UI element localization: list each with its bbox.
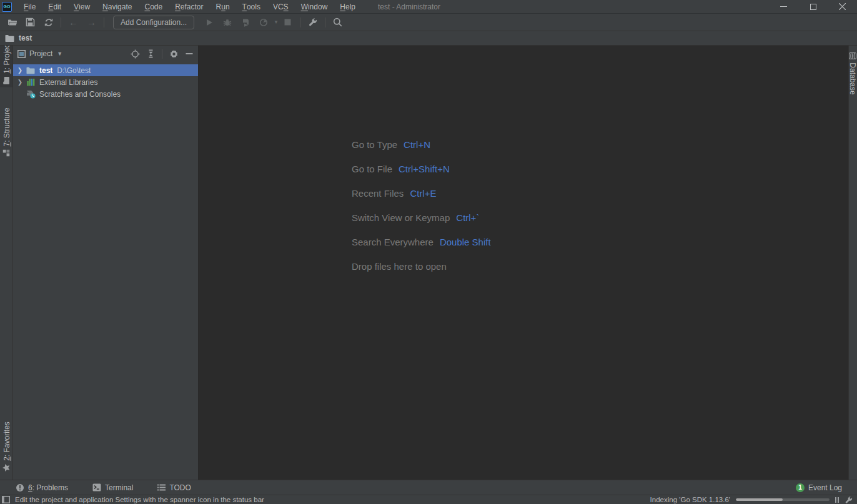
back-arrow-icon[interactable]: ← (68, 17, 79, 27)
toolbar-separator (104, 17, 104, 27)
header-separator (162, 49, 162, 59)
tool-window-toggle-icon[interactable] (2, 496, 10, 503)
todo-list-icon (157, 484, 166, 491)
title-bar: GO File Edit View Navigate Code Refactor… (0, 0, 857, 14)
expand-chevron-icon[interactable]: ❯ (14, 67, 26, 74)
menu-help[interactable]: Help (334, 0, 362, 13)
forward-arrow-icon[interactable]: → (86, 17, 97, 27)
tool-window-tab-database[interactable]: Database (848, 46, 857, 102)
indexing-progress-bar (736, 498, 830, 501)
tree-item-name: test (39, 66, 52, 75)
scratches-icon (26, 90, 36, 99)
menu-window[interactable]: Window (295, 0, 334, 13)
tree-item-name: Scratches and Consoles (39, 90, 121, 99)
database-icon (849, 52, 857, 59)
shortcut-label: Go to File (352, 164, 392, 174)
project-tree: ❯ test D:\Go\test ❯ External Libraries S… (13, 62, 198, 100)
profiler-dropdown-caret-icon[interactable]: ▼ (274, 19, 279, 25)
tree-item-name: External Libraries (39, 78, 97, 87)
minimize-button[interactable] (769, 0, 798, 13)
status-message: Edit the project and application Setting… (15, 496, 264, 503)
menu-navigate[interactable]: Navigate (96, 0, 138, 13)
folder-icon (3, 77, 10, 85)
pause-indexing-icon[interactable] (835, 497, 839, 503)
window-title: test - Administrator (378, 2, 440, 11)
terminal-icon (92, 483, 101, 492)
close-button[interactable] (828, 0, 857, 13)
tab-label: Database (848, 62, 857, 94)
shortcut-keys: Double Shift (440, 237, 491, 247)
add-configuration-button[interactable]: Add Configuration... (113, 16, 194, 29)
menu-bar: File Edit View Navigate Code Refactor Ru… (17, 0, 362, 13)
left-tool-window-stripe: 1: Project 7: Structure 2: Favorites (0, 46, 13, 480)
tab-label: Event Log (808, 483, 842, 492)
menu-tools[interactable]: Tools (236, 0, 267, 13)
expand-chevron-icon[interactable]: ❯ (14, 79, 26, 86)
shortcut-keys: Ctrl+N (404, 139, 430, 150)
tab-label: 2: Favorites (2, 422, 11, 461)
tab-label: Terminal (105, 483, 133, 492)
spanner-icon[interactable] (845, 496, 853, 504)
external-libraries-icon (27, 78, 35, 86)
menu-edit[interactable]: Edit (42, 0, 67, 13)
debug-icon[interactable] (222, 17, 232, 27)
tree-row-external-libraries[interactable]: ❯ External Libraries (13, 76, 198, 88)
tab-label: 6: Problems (28, 483, 68, 492)
folder-icon (5, 34, 14, 42)
shortcut-label: Recent Files (352, 188, 404, 199)
locate-file-icon[interactable] (131, 49, 140, 59)
sync-refresh-icon[interactable] (43, 17, 54, 27)
toolbar-separator (300, 17, 300, 27)
tab-label: TODO (169, 483, 191, 492)
folder-icon (26, 67, 35, 74)
run-with-coverage-icon[interactable] (240, 17, 250, 27)
right-tool-window-stripe: Database (848, 46, 857, 480)
project-view-selector[interactable]: Project (29, 49, 52, 58)
menu-code[interactable]: Code (138, 0, 169, 13)
tool-window-tab-problems[interactable]: 6: Problems (16, 483, 68, 492)
wrench-settings-icon[interactable] (307, 17, 318, 27)
menu-view[interactable]: View (67, 0, 96, 13)
navigation-bar: test (0, 31, 857, 46)
run-icon[interactable] (204, 17, 214, 27)
collapse-all-icon[interactable] (147, 49, 155, 58)
goland-logo-icon: GO (2, 2, 12, 12)
status-bar: Edit the project and application Setting… (0, 495, 857, 504)
project-tool-window: Project ▼ ❯ test D:\Go\test ❯ External L… (13, 46, 199, 480)
structure-icon (3, 150, 10, 157)
tool-window-tab-terminal[interactable]: Terminal (92, 483, 133, 492)
maximize-button[interactable] (798, 0, 828, 13)
breadcrumb-project[interactable]: test (19, 34, 32, 42)
tab-label: 7: Structure (2, 107, 11, 146)
save-all-icon[interactable] (25, 17, 36, 27)
main-toolbar: ← → Add Configuration... ▼ (0, 14, 857, 31)
tree-row-test[interactable]: ❯ test D:\Go\test (13, 64, 198, 76)
tree-item-path: D:\Go\test (57, 66, 91, 75)
tool-window-tab-project[interactable]: 1: Project (0, 46, 13, 87)
hide-panel-icon[interactable] (186, 50, 193, 57)
profiler-icon[interactable] (258, 17, 269, 27)
indexing-status-text: Indexing 'Go SDK 1.13.6' (650, 496, 730, 503)
tool-window-tab-todo[interactable]: TODO (157, 483, 191, 492)
menu-file[interactable]: File (17, 0, 42, 13)
event-log-button[interactable]: 1 Event Log (796, 483, 842, 492)
stop-icon[interactable] (282, 17, 293, 27)
gear-icon[interactable] (169, 49, 179, 59)
menu-refactor[interactable]: Refactor (169, 0, 209, 13)
bottom-tool-window-bar: 6: Problems Terminal TODO 1 Event Log (0, 480, 857, 495)
tool-window-tab-favorites[interactable]: 2: Favorites (0, 421, 13, 473)
search-everywhere-icon[interactable] (332, 17, 343, 27)
chevron-down-icon: ▼ (57, 51, 62, 57)
empty-state-shortcuts: Go to TypeCtrl+N Go to FileCtrl+Shift+N … (352, 132, 491, 279)
shortcut-label: Go to Type (352, 139, 397, 150)
open-folder-icon[interactable] (7, 17, 17, 27)
menu-vcs[interactable]: VCS (267, 0, 295, 13)
tab-label: 1: Project (2, 46, 11, 74)
tree-row-scratches[interactable]: Scratches and Consoles (13, 88, 198, 100)
tool-window-tab-structure[interactable]: 7: Structure (0, 105, 13, 160)
shortcut-keys: Ctrl+E (410, 188, 436, 199)
project-view-icon (17, 50, 26, 58)
star-icon (2, 464, 11, 472)
project-panel-header: Project ▼ (13, 46, 198, 62)
menu-run[interactable]: Run (210, 0, 236, 13)
